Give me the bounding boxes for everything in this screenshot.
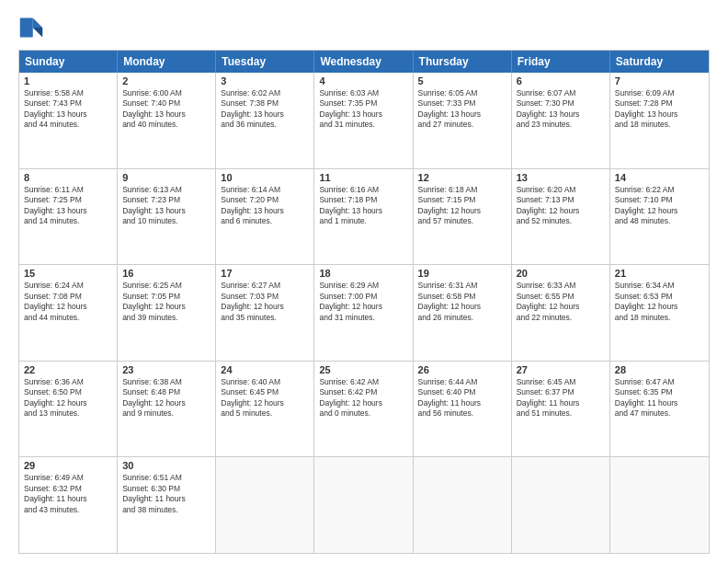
day-number: 3 bbox=[221, 75, 309, 86]
week-row-0: 1Sunrise: 5:58 AM Sunset: 7:43 PM Daylig… bbox=[19, 73, 709, 169]
header-sunday: Sunday bbox=[19, 51, 118, 73]
cell-2-6: 21Sunrise: 6:34 AM Sunset: 6:53 PM Dayli… bbox=[610, 265, 709, 361]
cell-1-0: 8Sunrise: 6:11 AM Sunset: 7:25 PM Daylig… bbox=[19, 169, 118, 265]
calendar-header: Sunday Monday Tuesday Wednesday Thursday… bbox=[19, 51, 709, 73]
header-tuesday: Tuesday bbox=[216, 51, 314, 73]
header-thursday: Thursday bbox=[414, 51, 512, 73]
day-info: Sunrise: 6:42 AM Sunset: 6:42 PM Dayligh… bbox=[319, 377, 407, 419]
cell-1-4: 12Sunrise: 6:18 AM Sunset: 7:15 PM Dayli… bbox=[414, 169, 512, 265]
day-number: 18 bbox=[319, 268, 407, 279]
day-info: Sunrise: 6:16 AM Sunset: 7:18 PM Dayligh… bbox=[319, 185, 407, 227]
day-info: Sunrise: 5:58 AM Sunset: 7:43 PM Dayligh… bbox=[24, 88, 112, 131]
calendar-body: 1Sunrise: 5:58 AM Sunset: 7:43 PM Daylig… bbox=[19, 73, 709, 553]
day-number: 9 bbox=[122, 172, 210, 183]
day-number: 22 bbox=[24, 364, 112, 375]
cell-2-1: 16Sunrise: 6:25 AM Sunset: 7:05 PM Dayli… bbox=[118, 265, 216, 361]
day-number: 21 bbox=[615, 268, 704, 279]
day-info: Sunrise: 6:07 AM Sunset: 7:30 PM Dayligh… bbox=[517, 88, 605, 131]
cell-0-1: 2Sunrise: 6:00 AM Sunset: 7:40 PM Daylig… bbox=[118, 73, 216, 168]
cell-4-3 bbox=[314, 457, 413, 553]
cell-4-6 bbox=[610, 457, 709, 553]
cell-0-4: 5Sunrise: 6:05 AM Sunset: 7:33 PM Daylig… bbox=[414, 73, 512, 168]
svg-rect-2 bbox=[20, 18, 33, 38]
day-info: Sunrise: 6:51 AM Sunset: 6:30 PM Dayligh… bbox=[122, 473, 210, 515]
day-number: 6 bbox=[517, 75, 605, 86]
cell-0-6: 7Sunrise: 6:09 AM Sunset: 7:28 PM Daylig… bbox=[610, 73, 709, 168]
header-saturday: Saturday bbox=[610, 51, 709, 73]
day-info: Sunrise: 6:22 AM Sunset: 7:10 PM Dayligh… bbox=[615, 185, 704, 227]
logo-icon bbox=[18, 15, 44, 40]
day-number: 1 bbox=[24, 75, 112, 86]
cell-0-3: 4Sunrise: 6:03 AM Sunset: 7:35 PM Daylig… bbox=[314, 73, 413, 168]
day-info: Sunrise: 6:11 AM Sunset: 7:25 PM Dayligh… bbox=[24, 185, 112, 227]
day-number: 28 bbox=[615, 364, 704, 375]
svg-marker-0 bbox=[33, 18, 43, 29]
day-info: Sunrise: 6:02 AM Sunset: 7:38 PM Dayligh… bbox=[221, 88, 309, 131]
day-info: Sunrise: 6:03 AM Sunset: 7:35 PM Dayligh… bbox=[319, 88, 407, 131]
day-info: Sunrise: 6:25 AM Sunset: 7:05 PM Dayligh… bbox=[122, 281, 210, 323]
svg-marker-1 bbox=[33, 28, 43, 38]
day-number: 19 bbox=[418, 268, 506, 279]
cell-3-4: 26Sunrise: 6:44 AM Sunset: 6:40 PM Dayli… bbox=[414, 362, 512, 457]
day-number: 29 bbox=[24, 460, 112, 471]
day-number: 17 bbox=[221, 268, 309, 279]
cell-2-5: 20Sunrise: 6:33 AM Sunset: 6:55 PM Dayli… bbox=[512, 265, 610, 361]
day-number: 2 bbox=[122, 75, 210, 86]
cell-3-2: 24Sunrise: 6:40 AM Sunset: 6:45 PM Dayli… bbox=[216, 362, 314, 457]
logo bbox=[18, 15, 48, 40]
cell-0-5: 6Sunrise: 6:07 AM Sunset: 7:30 PM Daylig… bbox=[512, 73, 610, 168]
day-info: Sunrise: 6:05 AM Sunset: 7:33 PM Dayligh… bbox=[418, 88, 506, 131]
day-number: 7 bbox=[615, 75, 704, 86]
day-number: 13 bbox=[517, 172, 605, 183]
day-info: Sunrise: 6:36 AM Sunset: 6:50 PM Dayligh… bbox=[24, 377, 112, 419]
day-info: Sunrise: 6:29 AM Sunset: 7:00 PM Dayligh… bbox=[319, 281, 407, 323]
cell-4-1: 30Sunrise: 6:51 AM Sunset: 6:30 PM Dayli… bbox=[118, 457, 216, 553]
cell-1-2: 10Sunrise: 6:14 AM Sunset: 7:20 PM Dayli… bbox=[216, 169, 314, 265]
day-number: 23 bbox=[122, 364, 210, 375]
cell-0-0: 1Sunrise: 5:58 AM Sunset: 7:43 PM Daylig… bbox=[19, 73, 118, 168]
day-number: 5 bbox=[418, 75, 506, 86]
day-info: Sunrise: 6:13 AM Sunset: 7:23 PM Dayligh… bbox=[122, 185, 210, 227]
day-number: 24 bbox=[221, 364, 309, 375]
day-info: Sunrise: 6:49 AM Sunset: 6:32 PM Dayligh… bbox=[24, 473, 112, 515]
cell-4-0: 29Sunrise: 6:49 AM Sunset: 6:32 PM Dayli… bbox=[19, 457, 118, 553]
cell-1-3: 11Sunrise: 6:16 AM Sunset: 7:18 PM Dayli… bbox=[314, 169, 413, 265]
cell-1-1: 9Sunrise: 6:13 AM Sunset: 7:23 PM Daylig… bbox=[118, 169, 216, 265]
day-number: 10 bbox=[221, 172, 309, 183]
day-number: 11 bbox=[319, 172, 407, 183]
day-number: 26 bbox=[418, 364, 506, 375]
day-number: 8 bbox=[24, 172, 112, 183]
week-row-3: 22Sunrise: 6:36 AM Sunset: 6:50 PM Dayli… bbox=[19, 362, 709, 458]
day-info: Sunrise: 6:45 AM Sunset: 6:37 PM Dayligh… bbox=[517, 377, 605, 419]
day-number: 14 bbox=[615, 172, 704, 183]
cell-3-0: 22Sunrise: 6:36 AM Sunset: 6:50 PM Dayli… bbox=[19, 362, 118, 457]
cell-2-0: 15Sunrise: 6:24 AM Sunset: 7:08 PM Dayli… bbox=[19, 265, 118, 361]
day-info: Sunrise: 6:47 AM Sunset: 6:35 PM Dayligh… bbox=[615, 377, 704, 419]
day-number: 25 bbox=[319, 364, 407, 375]
day-info: Sunrise: 6:33 AM Sunset: 6:55 PM Dayligh… bbox=[517, 281, 605, 323]
day-info: Sunrise: 6:34 AM Sunset: 6:53 PM Dayligh… bbox=[615, 281, 704, 323]
cell-3-3: 25Sunrise: 6:42 AM Sunset: 6:42 PM Dayli… bbox=[314, 362, 413, 457]
day-info: Sunrise: 6:20 AM Sunset: 7:13 PM Dayligh… bbox=[517, 185, 605, 227]
day-info: Sunrise: 6:14 AM Sunset: 7:20 PM Dayligh… bbox=[221, 185, 309, 227]
day-info: Sunrise: 6:27 AM Sunset: 7:03 PM Dayligh… bbox=[221, 281, 309, 323]
day-number: 15 bbox=[24, 268, 112, 279]
day-info: Sunrise: 6:00 AM Sunset: 7:40 PM Dayligh… bbox=[122, 88, 210, 131]
week-row-2: 15Sunrise: 6:24 AM Sunset: 7:08 PM Dayli… bbox=[19, 265, 709, 362]
cell-1-6: 14Sunrise: 6:22 AM Sunset: 7:10 PM Dayli… bbox=[610, 169, 709, 265]
cell-0-2: 3Sunrise: 6:02 AM Sunset: 7:38 PM Daylig… bbox=[216, 73, 314, 168]
week-row-4: 29Sunrise: 6:49 AM Sunset: 6:32 PM Dayli… bbox=[19, 457, 709, 553]
day-number: 16 bbox=[122, 268, 210, 279]
day-number: 27 bbox=[517, 364, 605, 375]
day-number: 20 bbox=[517, 268, 605, 279]
header bbox=[18, 15, 710, 40]
header-friday: Friday bbox=[512, 51, 610, 73]
cell-4-5 bbox=[512, 457, 610, 553]
week-row-1: 8Sunrise: 6:11 AM Sunset: 7:25 PM Daylig… bbox=[19, 169, 709, 266]
cell-2-2: 17Sunrise: 6:27 AM Sunset: 7:03 PM Dayli… bbox=[216, 265, 314, 361]
cell-4-2 bbox=[216, 457, 314, 553]
cell-3-1: 23Sunrise: 6:38 AM Sunset: 6:48 PM Dayli… bbox=[118, 362, 216, 457]
header-monday: Monday bbox=[118, 51, 216, 73]
day-info: Sunrise: 6:09 AM Sunset: 7:28 PM Dayligh… bbox=[615, 88, 704, 131]
page: Sunday Monday Tuesday Wednesday Thursday… bbox=[0, 0, 728, 563]
